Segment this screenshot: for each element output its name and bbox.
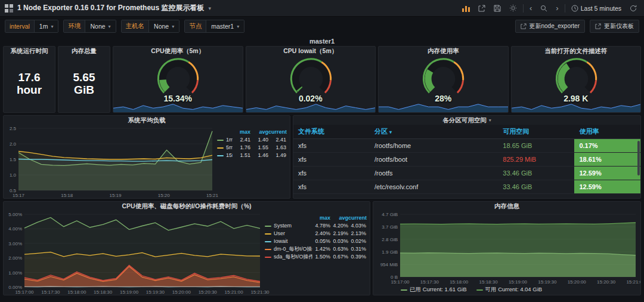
panel-title[interactable]: 系统运行时间 — [4, 47, 55, 56]
legend-series-toggle[interactable]: 已用 Current: 1.61 GiB — [401, 286, 467, 294]
table-header-row: 文件系统 分区▾ 可用空间 使用率 — [293, 125, 640, 139]
panel-title[interactable]: 系统平均负载 — [4, 116, 290, 125]
bottom-row: CPU使用率、磁盘每秒的I/O操作耗费时间（%) 0.00%1.00%2.00%… — [3, 201, 641, 295]
svg-text:15:19:00: 15:19:00 — [509, 279, 528, 285]
load-chart[interactable]: 0.51.01.52.02.515:1715:1815:1915:2015:21 — [4, 125, 217, 198]
svg-text:15:19:00: 15:19:00 — [120, 289, 139, 295]
panel-title[interactable]: 内存使用率 — [379, 47, 508, 56]
cpu-chart[interactable]: 0.00%1.00%2.00%3.00%4.00%5.00%15:17:0015… — [4, 211, 265, 295]
svg-text:15:17:30: 15:17:30 — [41, 289, 60, 295]
legend-value: 1.46 — [250, 152, 268, 159]
share-icon — [478, 5, 485, 12]
panels-button[interactable] — [460, 3, 472, 14]
legend-value: 4.78% — [312, 222, 330, 230]
variable-interval[interactable]: interval 1m▾ — [5, 20, 58, 33]
col-available-space[interactable]: 可用空间 — [498, 125, 574, 139]
panel-memory-info: 内存信息 0 B954 MiB1.9 GiB2.8 GiB3.7 GiB4.7 … — [373, 201, 641, 295]
panel-title[interactable]: 当前打开的文件描述符 — [512, 47, 641, 56]
svg-text:15:20:00: 15:20:00 — [568, 279, 587, 285]
legend-series-toggle[interactable]: 15m — [217, 152, 233, 159]
legend-series-toggle[interactable]: 5m — [217, 144, 233, 152]
legend-sort-max[interactable]: max — [312, 214, 330, 222]
update-node-exporter-link[interactable]: 更新node_exporter — [515, 20, 586, 33]
panel-title[interactable]: CPU使用率（5m） — [113, 47, 243, 56]
legend-sort-max[interactable]: max — [233, 128, 250, 136]
usage-badge: 18.61% — [574, 153, 640, 166]
legend-sort-current[interactable]: current — [268, 128, 286, 136]
legend-series-toggle[interactable]: Iowait — [265, 238, 312, 245]
legend-value: 2.19% — [330, 230, 348, 238]
variable-value: None — [154, 23, 169, 30]
time-shift-back-button[interactable]: ‹ — [527, 2, 534, 14]
panel-title[interactable]: 内存信息 — [373, 202, 640, 211]
share-button[interactable] — [476, 3, 488, 14]
time-range-picker[interactable]: Last 5 minutes — [569, 3, 624, 14]
svg-text:1.5: 1.5 — [10, 157, 17, 162]
legend-sort-current[interactable]: current — [348, 214, 366, 222]
magnifier-icon — [540, 5, 547, 12]
submenu: interval 1m▾ 环境 None▾ 主机名 None▾ 节点 maste… — [0, 17, 644, 36]
grafana-menu-icon[interactable] — [5, 4, 13, 13]
legend-series-toggle[interactable]: System — [265, 222, 312, 230]
time-range-label: Last 5 minutes — [581, 5, 621, 12]
variable-label: interval — [5, 20, 34, 32]
time-shift-forward-button[interactable]: › — [553, 2, 561, 14]
chevron-down-icon: ▾ — [109, 24, 111, 29]
table-row: xfs /rootfs 33.46 GiB 12.59% — [293, 167, 640, 180]
legend-series-toggle[interactable]: sda_每秒I/O操作% — [265, 253, 312, 261]
svg-text:15:17:00: 15:17:00 — [15, 289, 34, 295]
update-dashboard-link[interactable]: 更新仪表板 — [590, 20, 639, 33]
col-filesystem[interactable]: 文件系统 — [293, 125, 370, 139]
svg-text:1.9 GiB: 1.9 GiB — [382, 249, 398, 255]
variable-hostname[interactable]: 主机名 None▾ — [121, 20, 180, 33]
dashboard-title[interactable]: 1 Node Exporter 0.16 0.17 for Prometheus… — [17, 3, 204, 13]
series-color-icon — [217, 140, 224, 141]
gauge — [512, 57, 641, 92]
variable-value: master1 — [211, 23, 234, 30]
panel-title[interactable]: 各分区可用空间▾ — [293, 116, 640, 125]
series-color-icon — [476, 289, 483, 291]
legend-series-toggle[interactable]: dm-0_每秒I/O操作% — [265, 245, 312, 253]
variable-env[interactable]: 环境 None▾ — [63, 20, 116, 33]
legend-series-toggle[interactable]: 可用 Current: 4.04 GiB — [476, 286, 543, 294]
legend-value: 1.55 — [250, 144, 268, 152]
legend-value: 0.39% — [348, 253, 366, 261]
settings-button[interactable] — [507, 2, 519, 14]
legend-sort-avg[interactable]: avg — [330, 214, 348, 222]
panel-title[interactable]: CPU Iowait（5m） — [246, 47, 376, 56]
memory-chart[interactable]: 0 B954 MiB1.9 GiB2.8 GiB3.7 GiB4.7 GiB15… — [373, 211, 640, 285]
legend-row: sda_每秒I/O操作%1.50%0.67%0.39% — [265, 253, 366, 261]
legend-header: maxavgcurrent — [265, 214, 366, 222]
legend-row: dm-0_每秒I/O操作%1.42%0.63%0.31% — [265, 245, 366, 253]
legend-sort-avg[interactable]: avg — [250, 128, 268, 136]
series-color-icon — [217, 155, 224, 156]
legend-value: 1.76 — [233, 144, 250, 152]
col-partition[interactable]: 分区▾ — [370, 125, 498, 139]
panel-title[interactable]: CPU使用率、磁盘每秒的I/O操作耗费时间（%) — [4, 202, 370, 211]
gauge — [379, 57, 508, 92]
panel-system-load: 系统平均负载 0.51.01.52.02.515:1715:1815:1915:… — [3, 115, 290, 199]
variable-node[interactable]: 节点 master1▾ — [184, 20, 244, 33]
dashboard-row-master1[interactable]: master1 — [0, 36, 644, 46]
chevron-down-icon: ▾ — [237, 24, 239, 29]
legend-value: 0.05% — [312, 238, 330, 245]
gauge — [246, 57, 376, 92]
panel-partition-space: 各分区可用空间▾ 文件系统 分区▾ 可用空间 使用率 xfs /rootfs/h… — [293, 115, 641, 199]
save-button[interactable] — [491, 3, 503, 14]
svg-text:15:20:30: 15:20:30 — [597, 279, 616, 285]
stat-value: 17.6 hour — [4, 56, 55, 112]
zoom-out-button[interactable] — [538, 3, 550, 14]
table-scrollbar[interactable] — [637, 141, 640, 175]
partition-table: 文件系统 分区▾ 可用空间 使用率 xfs /rootfs/home 18.65… — [293, 125, 640, 194]
sparkline — [113, 100, 243, 112]
legend-row: System4.78%4.20%4.03% — [265, 222, 366, 230]
svg-text:15:18:00: 15:18:00 — [450, 279, 469, 285]
legend-value: 0.31% — [348, 245, 366, 253]
svg-text:15:19: 15:19 — [109, 193, 122, 198]
refresh-button[interactable] — [627, 3, 639, 14]
legend-series-toggle[interactable]: User — [265, 230, 312, 238]
col-usage[interactable]: 使用率 — [574, 125, 640, 139]
panel-open-file-descriptors-gauge: 当前打开的文件描述符 2.98 K — [511, 46, 642, 113]
legend-series-toggle[interactable]: 1m — [217, 136, 233, 144]
panel-title[interactable]: 内存总量 — [58, 47, 110, 56]
